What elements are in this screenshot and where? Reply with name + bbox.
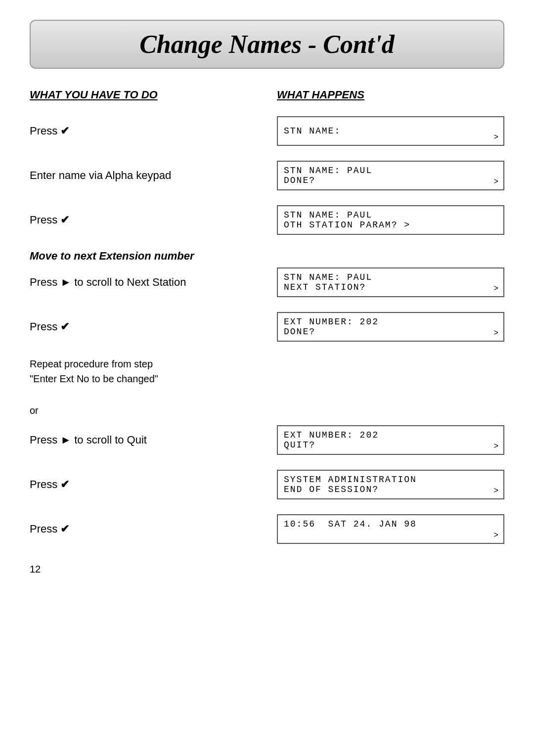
lcd-line: STN NAME: PAUL bbox=[284, 210, 497, 220]
step-8-lcd: 10:56 SAT 24. JAN 98 > bbox=[277, 514, 504, 544]
step-1-row: Press ✔ STN NAME: > bbox=[30, 116, 504, 146]
step-7-row: Press ✔ SYSTEM ADMINISTRATION END OF SES… bbox=[30, 470, 504, 499]
lcd-line: 10:56 SAT 24. JAN 98 bbox=[284, 519, 497, 529]
column-headers: WHAT YOU HAVE TO DO WHAT HAPPENS bbox=[30, 89, 504, 111]
step-7-lcd: SYSTEM ADMINISTRATION END OF SESSION? > bbox=[277, 470, 504, 499]
lcd-line: EXT NUMBER: 202 bbox=[284, 317, 497, 327]
lcd-line: QUIT? bbox=[284, 440, 497, 450]
lcd-arrow: > bbox=[493, 284, 499, 293]
or-text: or bbox=[30, 405, 257, 416]
lcd-line: SYSTEM ADMINISTRATION bbox=[284, 475, 497, 485]
right-col-header: WHAT HAPPENS bbox=[277, 89, 504, 101]
step-2-lcd: STN NAME: PAUL DONE? > bbox=[277, 161, 504, 190]
lcd-line: OTH STATION PARAM? > bbox=[284, 220, 497, 230]
step-2-row: Enter name via Alpha keypad STN NAME: PA… bbox=[30, 161, 504, 190]
step-4-lcd: STN NAME: PAUL NEXT STATION? > bbox=[277, 267, 504, 297]
lcd-line: DONE? bbox=[284, 327, 497, 337]
step-6-row: Press ► to scroll to Quit EXT NUMBER: 20… bbox=[30, 425, 504, 455]
step-3-left: Press ✔ bbox=[30, 214, 257, 226]
step-2-left: Enter name via Alpha keypad bbox=[30, 169, 257, 182]
lcd-line bbox=[284, 529, 497, 539]
step-5-left: Press ✔ bbox=[30, 320, 257, 333]
step-5-lcd: EXT NUMBER: 202 DONE? > bbox=[277, 312, 504, 342]
page-title-box: Change Names - Cont'd bbox=[30, 20, 504, 69]
step-4-row: Press ► to scroll to Next Station STN NA… bbox=[30, 267, 504, 297]
subheader-move-to-next: Move to next Extension number bbox=[30, 250, 504, 263]
lcd-line: STN NAME: bbox=[284, 126, 497, 136]
page-title: Change Names - Cont'd bbox=[139, 30, 395, 58]
lcd-line: EXT NUMBER: 202 bbox=[284, 430, 497, 440]
step-6-lcd: EXT NUMBER: 202 QUIT? > bbox=[277, 425, 504, 455]
step-3-lcd: STN NAME: PAUL OTH STATION PARAM? > bbox=[277, 205, 504, 235]
lcd-arrow: > bbox=[493, 487, 499, 495]
repeat-text: Repeat procedure from step"Enter Ext No … bbox=[30, 356, 257, 386]
step-7-left: Press ✔ bbox=[30, 478, 257, 491]
step-4-left: Press ► to scroll to Next Station bbox=[30, 276, 257, 289]
repeat-row: Repeat procedure from step"Enter Ext No … bbox=[30, 356, 504, 386]
lcd-arrow: > bbox=[493, 442, 499, 451]
lcd-line: END OF SESSION? bbox=[284, 485, 497, 494]
left-col-header: WHAT YOU HAVE TO DO bbox=[30, 89, 257, 101]
step-5-row: Press ✔ EXT NUMBER: 202 DONE? > bbox=[30, 312, 504, 342]
lcd-arrow: > bbox=[493, 133, 499, 142]
step-6-left: Press ► to scroll to Quit bbox=[30, 434, 257, 446]
lcd-line: STN NAME: PAUL bbox=[284, 166, 497, 176]
lcd-arrow: > bbox=[493, 329, 499, 338]
lcd-line: NEXT STATION? bbox=[284, 282, 497, 292]
lcd-line: DONE? bbox=[284, 176, 497, 185]
step-1-lcd: STN NAME: > bbox=[277, 116, 504, 146]
page-number: 12 bbox=[30, 564, 504, 575]
step-8-left: Press ✔ bbox=[30, 523, 257, 535]
lcd-line: STN NAME: PAUL bbox=[284, 272, 497, 282]
step-3-row: Press ✔ STN NAME: PAUL OTH STATION PARAM… bbox=[30, 205, 504, 235]
or-row: or bbox=[30, 401, 504, 420]
step-8-row: Press ✔ 10:56 SAT 24. JAN 98 > bbox=[30, 514, 504, 544]
step-1-left: Press ✔ bbox=[30, 125, 257, 137]
lcd-arrow: > bbox=[493, 178, 499, 186]
lcd-arrow: > bbox=[493, 531, 499, 540]
